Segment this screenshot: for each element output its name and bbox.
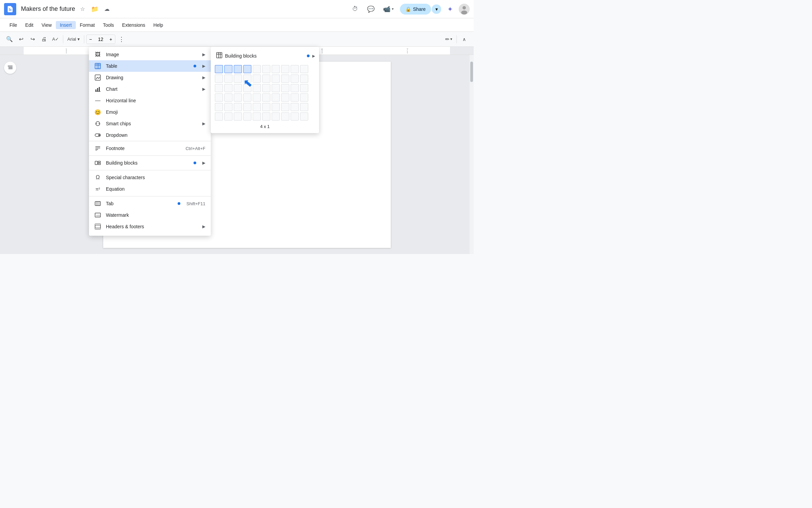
grid-cell[interactable] (215, 93, 223, 102)
cloud-icon[interactable]: ☁ (102, 4, 112, 14)
grid-cell[interactable] (262, 84, 270, 92)
grid-cell[interactable] (300, 75, 308, 83)
menu-item-chart[interactable]: Chart ▶ (89, 83, 211, 95)
grid-cell[interactable] (281, 65, 289, 73)
history-button[interactable]: ⏱ (349, 3, 361, 15)
folder-icon[interactable]: 📁 (90, 4, 99, 14)
menu-item-smart-chips[interactable]: Smart chips ▶ (89, 118, 211, 129)
redo-button[interactable]: ↪ (27, 34, 38, 45)
grid-cell[interactable] (272, 93, 280, 102)
menu-item-drawing[interactable]: Drawing ▶ (89, 72, 211, 83)
grid-cell[interactable] (300, 112, 308, 121)
grid-cell[interactable] (243, 84, 251, 92)
grid-cell[interactable] (300, 103, 308, 111)
menu-item-special-characters[interactable]: Ω Special characters (89, 172, 211, 183)
grid-cell[interactable] (262, 112, 270, 121)
menu-item-emoji[interactable]: 😊 Emoji (89, 106, 211, 118)
grid-cell[interactable] (281, 93, 289, 102)
grid-cell[interactable] (224, 112, 232, 121)
menu-item-view[interactable]: View (38, 21, 56, 29)
grid-cell[interactable] (272, 65, 280, 73)
edit-mode-button[interactable]: ✏ ▾ (443, 35, 454, 44)
grid-cell[interactable] (272, 75, 280, 83)
collapse-toolbar-button[interactable]: ∧ (459, 34, 470, 45)
font-size-decrease[interactable]: − (87, 35, 95, 44)
menu-item-image[interactable]: 🖼 Image ▶ (89, 49, 211, 60)
grid-cell[interactable] (243, 112, 251, 121)
grid-cell[interactable] (281, 84, 289, 92)
grid-cell[interactable] (215, 75, 223, 83)
print-button[interactable]: 🖨 (39, 34, 49, 45)
menu-item-tab[interactable]: Tab Shift+F11 (89, 198, 211, 209)
grid-cell[interactable] (234, 84, 242, 92)
meet-button[interactable]: 📹 ▾ (380, 4, 397, 14)
grid-cell[interactable] (272, 112, 280, 121)
grid-cell[interactable] (243, 103, 251, 111)
menu-item-table[interactable]: Table ▶ (89, 60, 211, 72)
grid-cell[interactable] (291, 75, 299, 83)
grid-cell[interactable] (253, 84, 261, 92)
grid-cell[interactable] (262, 75, 270, 83)
user-avatar[interactable] (459, 4, 470, 15)
menu-item-equation[interactable]: π² Equation (89, 183, 211, 195)
menu-item-format[interactable]: Format (76, 21, 99, 29)
grid-cell[interactable] (253, 103, 261, 111)
share-caret[interactable]: ▾ (432, 4, 441, 14)
star-icon[interactable]: ☆ (78, 4, 87, 14)
grid-cell[interactable] (262, 65, 270, 73)
menu-item-horizontal-line[interactable]: — Horizontal line (89, 95, 211, 106)
grid-cell[interactable] (291, 112, 299, 121)
grid-cell[interactable] (253, 75, 261, 83)
grid-cell[interactable] (291, 93, 299, 102)
grid-cell[interactable] (291, 103, 299, 111)
menu-item-building-blocks[interactable]: Building blocks ▶ (89, 157, 211, 169)
menu-item-watermark[interactable]: WM Watermark (89, 209, 211, 221)
grid-cell[interactable] (281, 75, 289, 83)
grid-cell[interactable] (234, 93, 242, 102)
grid-cell[interactable] (272, 84, 280, 92)
gemini-button[interactable]: ✦ (445, 4, 455, 15)
spellcheck-button[interactable]: A✓ (50, 34, 61, 45)
grid-cell[interactable] (224, 84, 232, 92)
grid-cell[interactable] (234, 75, 242, 83)
grid-cell[interactable] (281, 103, 289, 111)
menu-item-edit[interactable]: Edit (21, 21, 38, 29)
grid-cell[interactable] (300, 65, 308, 73)
grid-cell[interactable] (262, 103, 270, 111)
font-selector[interactable]: Arial ▾ (65, 34, 82, 45)
menu-item-help[interactable]: Help (149, 21, 167, 29)
grid-cell[interactable] (253, 112, 261, 121)
app-icon[interactable] (4, 3, 16, 15)
menu-item-headers-footers[interactable]: Headers & footers ▶ (89, 221, 211, 232)
menu-item-insert[interactable]: Insert (56, 21, 76, 29)
grid-cell[interactable] (253, 93, 261, 102)
font-size-increase[interactable]: + (107, 35, 115, 44)
menu-item-extensions[interactable]: Extensions (118, 21, 149, 29)
grid-cell[interactable] (300, 93, 308, 102)
grid-cell[interactable] (253, 65, 261, 73)
menu-item-tools[interactable]: Tools (99, 21, 118, 29)
grid-cell[interactable] (243, 65, 251, 73)
grid-cell[interactable] (215, 65, 223, 73)
comments-button[interactable]: 💬 (365, 3, 377, 15)
scrollbar-thumb[interactable] (470, 62, 473, 82)
grid-cell[interactable] (215, 112, 223, 121)
grid-cell[interactable] (224, 75, 232, 83)
menu-item-footnote[interactable]: Footnote Ctrl+Alt+F (89, 143, 211, 154)
grid-cell[interactable] (215, 84, 223, 92)
scrollbar[interactable] (470, 55, 474, 254)
grid-cell[interactable] (300, 84, 308, 92)
grid-cell[interactable] (291, 65, 299, 73)
undo-button[interactable]: ↩ (16, 34, 26, 45)
grid-cell[interactable] (281, 112, 289, 121)
grid-cell[interactable] (234, 103, 242, 111)
font-size-input[interactable]: 12 (95, 37, 107, 42)
grid-cell[interactable] (224, 93, 232, 102)
doc-title[interactable]: Makers of the future (21, 5, 75, 13)
grid-cell[interactable] (262, 93, 270, 102)
grid-cell[interactable] (234, 65, 242, 73)
search-button[interactable]: 🔍 (4, 34, 15, 45)
grid-cell[interactable] (224, 65, 232, 73)
share-button[interactable]: 🔒 Share (400, 4, 431, 15)
table-grid[interactable] (215, 65, 315, 121)
